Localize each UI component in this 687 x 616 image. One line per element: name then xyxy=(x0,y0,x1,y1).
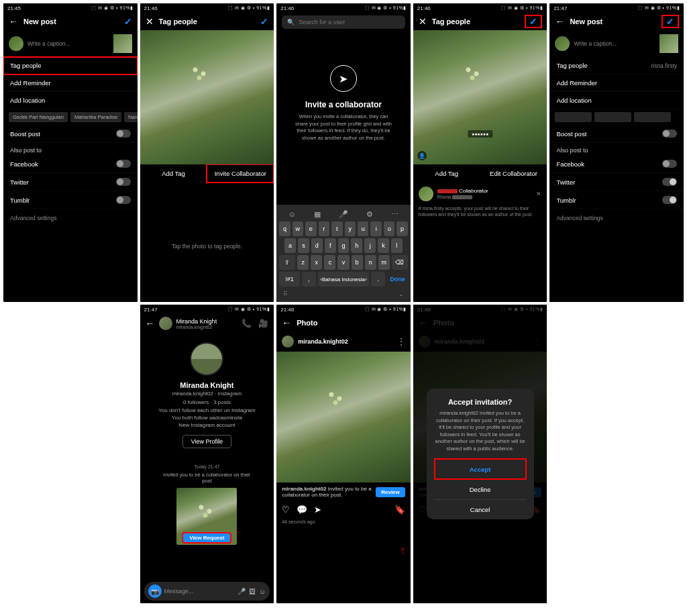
view-request-button[interactable]: View Request xyxy=(182,533,231,543)
view-profile-button[interactable]: View Profile xyxy=(182,435,231,448)
like-icon[interactable]: ♡ xyxy=(282,505,290,515)
decline-button[interactable]: Decline xyxy=(435,479,526,499)
location-chip[interactable]: Gedek Pari Nanggulan xyxy=(9,112,68,122)
tw-toggle xyxy=(662,178,677,186)
boost-toggle xyxy=(662,130,677,138)
photo-preview[interactable]: ●●●●●● 👤 xyxy=(413,30,547,164)
add-location-row[interactable]: Add location xyxy=(549,92,684,109)
edit-collaborator-button[interactable]: Edit Collaborator xyxy=(480,164,547,183)
dm-avatar[interactable] xyxy=(159,317,172,330)
screen-tag-people-2: 21:46⬚ ✉ ◉ ⚙ • 91%▮ ✕ Tag people ✓ ●●●●●… xyxy=(413,3,547,302)
boost-post-row[interactable]: Boost post xyxy=(3,125,138,143)
back-icon[interactable]: ← xyxy=(555,16,564,27)
cancel-button[interactable]: Cancel xyxy=(435,499,526,519)
submit-check[interactable]: ✓ xyxy=(260,16,268,27)
collaborator-row[interactable]: Collaborator Risna ✕ xyxy=(413,183,547,205)
screen-accept-modal: 21:48⬚ ✉ ◉ ⚙ • 91%▮ ← Photo miranda.knig… xyxy=(413,305,547,603)
close-icon[interactable]: ✕ xyxy=(419,16,427,27)
sticker-icon[interactable]: ☺ xyxy=(259,588,266,595)
post-avatar[interactable] xyxy=(282,336,294,348)
back-icon[interactable]: ← xyxy=(9,16,18,27)
accept-invitation-modal: Accept invitation? miranda.knight02 invi… xyxy=(427,389,534,519)
add-reminder-row[interactable]: Add Reminder xyxy=(3,74,138,92)
message-bar: 📷 Message... 🎤 🖼 ☺ xyxy=(144,582,270,601)
message-input[interactable]: Message... xyxy=(164,588,235,595)
page-title: New post xyxy=(23,17,119,25)
caption-input[interactable]: Write a caption... xyxy=(574,40,655,47)
share-icon[interactable]: ➤ xyxy=(314,505,321,515)
fb-toggle xyxy=(116,160,131,168)
submit-check[interactable]: ✓ xyxy=(525,15,541,28)
profile-avatar[interactable] xyxy=(190,342,223,376)
facebook-row[interactable]: Facebook xyxy=(549,155,684,173)
photo-tag[interactable]: ●●●●●● xyxy=(468,130,492,138)
review-button[interactable]: Review xyxy=(376,487,405,497)
screen-search-collaborator: 21:46⬚ ✉ ◉ ⚙ • 91%▮ 🔍 ➤ Invite a collabo… xyxy=(276,3,411,302)
bookmark-icon[interactable]: 🔖 xyxy=(394,505,405,515)
post-thumbnail[interactable] xyxy=(113,34,132,53)
invite-collaborator-button[interactable]: Invite Collaborator xyxy=(207,164,274,183)
boost-post-row[interactable]: Boost post xyxy=(549,125,684,143)
submit-check[interactable]: ✓ xyxy=(662,15,678,28)
screen-new-post-2: 21:47⬚ ✉ ◉ ⚙ • 91%▮ ← New post ✓ Write a… xyxy=(549,3,684,302)
accept-button[interactable]: Accept xyxy=(435,459,526,479)
mic-icon[interactable]: 🎤 xyxy=(237,588,246,595)
keyboard-done: Done xyxy=(387,272,408,287)
add-reminder-row[interactable]: Add Reminder xyxy=(549,74,684,92)
boost-toggle xyxy=(116,130,131,138)
back-icon[interactable]: ← xyxy=(282,317,291,328)
twitter-row[interactable]: Twitter xyxy=(3,173,138,191)
submit-check[interactable]: ✓ xyxy=(124,16,132,27)
tag-people-row[interactable]: Tag people xyxy=(3,57,138,74)
close-icon[interactable]: ✕ xyxy=(146,16,154,27)
tb-toggle xyxy=(662,196,677,204)
collaborator-note: If risna.firsty accepts, your post will … xyxy=(413,205,547,217)
avatar xyxy=(555,36,570,51)
add-tag-button[interactable]: Add Tag xyxy=(140,164,207,183)
comment-icon[interactable]: 💬 xyxy=(297,505,307,515)
tb-toggle xyxy=(116,196,131,204)
caption-input[interactable]: Write a caption... xyxy=(28,40,109,47)
search-bar[interactable]: 🔍 xyxy=(282,15,405,29)
photo-preview[interactable] xyxy=(140,30,274,164)
back-icon[interactable]: ← xyxy=(146,318,155,329)
add-location-row[interactable]: Add location xyxy=(3,92,138,109)
video-icon[interactable]: 🎥 xyxy=(258,319,268,328)
post-thumbnail[interactable] xyxy=(659,34,678,53)
also-post-label: Also post to xyxy=(3,143,138,155)
image-icon[interactable]: 🖼 xyxy=(249,588,256,595)
post-photo[interactable] xyxy=(276,352,411,482)
tumblr-row[interactable]: Tumblr xyxy=(549,191,684,209)
tw-toggle xyxy=(116,178,131,186)
screen-tag-people-1: 21:46⬚ ✉ ◉ ⚙ • 91%▮ ✕ Tag people ✓ Add T… xyxy=(140,3,274,302)
share-icon: ➤ xyxy=(330,65,357,92)
twitter-row[interactable]: Twitter xyxy=(549,173,684,191)
call-icon[interactable]: 📞 xyxy=(242,319,252,328)
camera-icon[interactable]: 📷 xyxy=(148,584,162,598)
location-chip[interactable]: Nanggulan, Jawa Teng xyxy=(124,112,137,122)
keyboard[interactable]: ☺▦🎤⚙⋯ qwertyuiop asdfghjkl ⇧ zxcvbnm ⌫ !… xyxy=(276,205,411,302)
person-icon: 👤 xyxy=(417,151,427,160)
search-icon: 🔍 xyxy=(287,19,295,25)
tap-hint: Tap the photo to tag people. xyxy=(140,243,274,250)
more-icon[interactable]: ⋮ xyxy=(397,337,405,346)
screen-review-photo: 21:48⬚ ✉ ◉ ⚙ • 91%▮ ← Photo miranda.knig… xyxy=(276,305,411,603)
tag-people-row[interactable]: Tag peoplerisna.firsty xyxy=(549,57,684,74)
location-chip[interactable]: Mahanika Paradise xyxy=(70,112,121,122)
collaborator-avatar xyxy=(419,187,433,201)
search-input[interactable] xyxy=(299,19,400,25)
screen-new-post-1: 21:45⬚ ✉ ◉ ⚙ • 91%▮ ← New post ✓ Write a… xyxy=(3,3,138,302)
advanced-settings[interactable]: Advanced settings xyxy=(3,209,138,227)
facebook-row[interactable]: Facebook xyxy=(3,155,138,173)
fb-toggle xyxy=(662,160,677,168)
screen-dm-profile: 21:47⬚ ✉ ◉ ⚙ • 91%▮ ← Miranda Knight mir… xyxy=(140,305,274,603)
tumblr-row[interactable]: Tumblr xyxy=(3,191,138,209)
avatar xyxy=(9,36,23,51)
request-thumbnail[interactable]: View Request xyxy=(176,488,237,545)
add-tag-button[interactable]: Add Tag xyxy=(413,164,480,183)
annotation-arrow: ↑ xyxy=(400,544,406,558)
advanced-settings[interactable]: Advanced settings xyxy=(549,209,684,227)
remove-icon[interactable]: ✕ xyxy=(536,191,541,197)
